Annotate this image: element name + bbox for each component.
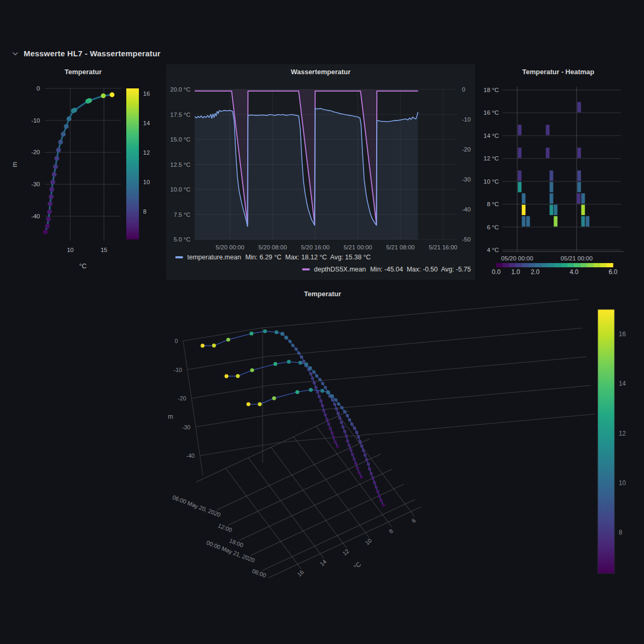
data-point-3d — [318, 378, 321, 381]
y-tick-label: 6 °C — [487, 224, 499, 230]
data-point-3d — [297, 351, 300, 355]
data-point-3d — [353, 427, 356, 430]
heatmap-cell — [577, 193, 580, 204]
data-point-3d — [288, 340, 291, 343]
y-tick-label: 14 °C — [484, 133, 499, 139]
data-point-3d — [354, 462, 357, 465]
data-point-3d — [236, 374, 239, 378]
data-point-3d — [315, 374, 318, 377]
data-point-3d — [357, 435, 360, 438]
data-point-3d — [337, 402, 340, 406]
data-point-3d — [321, 404, 324, 407]
y-tick-label: 18 °C — [484, 87, 499, 93]
panel-title[interactable]: Wassertemperatur — [166, 68, 475, 76]
legend-item-depth[interactable]: depthDS5X.mean Min: -45.04 Max: -0.50 Av… — [302, 266, 471, 273]
legend-stats: Min: 6.29 °C Max: 18.12 °C Avg: 15.38 °C — [245, 254, 371, 261]
data-point-3d — [295, 347, 298, 350]
colorbar-tick-label: 12 — [619, 430, 626, 437]
heatmap-cell — [518, 170, 521, 181]
data-point-3d — [349, 448, 353, 451]
y-tick-label: 10 °C — [484, 178, 499, 185]
c-tick-label: 10 — [364, 537, 373, 546]
data-point-3d — [332, 436, 335, 439]
heatmap-cell — [577, 148, 581, 158]
data-point-3d — [365, 458, 368, 461]
colorbar-tick-label: 10 — [619, 479, 626, 487]
data-point-3d — [346, 439, 349, 442]
y-right-tick-label: -40 — [462, 206, 471, 213]
c-tick-label: 16 — [296, 569, 305, 578]
data-point — [49, 194, 54, 199]
data-point — [64, 124, 68, 129]
y-right-tick-label: 0 — [462, 86, 465, 93]
y-tick-label: -20 — [31, 149, 40, 155]
data-point-3d — [333, 402, 336, 406]
scene3d-chart[interactable]: 0-10-20-30-40161412108606:00 May 20, 202… — [5, 286, 640, 640]
panel-temperature-heatmap: Temperatur - Heatmap 18 °C16 °C14 °C12 °… — [477, 64, 640, 280]
m-axis-label: m — [168, 413, 173, 420]
data-point-3d — [330, 394, 334, 398]
data-point — [67, 116, 72, 121]
data-point-3d — [322, 409, 325, 412]
panel-title[interactable]: Temperatur — [5, 68, 161, 76]
timeseries-chart[interactable]: 20.0 °C17.5 °C15.0 °C12.5 °C10.0 °C7.5 °… — [166, 64, 475, 280]
data-point-3d — [326, 390, 330, 394]
y-tick-label: 0 — [37, 85, 40, 92]
m-tick-label: -40 — [186, 452, 195, 459]
colorbar-tick-label: 16 — [143, 90, 150, 97]
data-point-3d — [246, 402, 250, 406]
heatmap-cell — [522, 193, 526, 204]
panel-title[interactable]: Temperatur - Heatmap — [477, 68, 640, 76]
colorbar-tick-label: 4.0 — [570, 268, 579, 276]
data-point — [45, 224, 50, 228]
data-point-3d — [330, 431, 334, 435]
heatmap-cell — [518, 125, 521, 135]
heatmap-cells — [518, 102, 589, 227]
data-point-3d — [258, 402, 261, 406]
data-point-3d — [291, 344, 294, 347]
y-left-tick-label: 7.5 °C — [174, 212, 190, 218]
y-axis-label: m — [11, 162, 18, 167]
heatmap-cell — [526, 216, 530, 227]
x-tick-label: 5/21 00:00 — [344, 244, 372, 250]
data-point-3d — [335, 407, 338, 410]
heatmap-cell — [586, 216, 589, 227]
x-tick-label: 5/20 08:00 — [258, 244, 287, 250]
data-point-3d — [358, 440, 361, 443]
data-point-3d — [360, 445, 363, 448]
legend-label: temperature.mean — [187, 254, 241, 261]
heatmap-cell — [550, 170, 554, 181]
data-point-3d — [356, 467, 359, 470]
y-tick-label: 4 °C — [487, 247, 499, 253]
y-right-tick-label: -10 — [462, 116, 471, 123]
data-point-3d — [311, 377, 314, 380]
data-point-3d — [275, 330, 278, 334]
data-point-3d — [313, 381, 316, 385]
heatmap-cell — [577, 170, 581, 181]
data-point — [85, 99, 90, 104]
y-tick-label: -40 — [31, 213, 40, 219]
data-point-3d — [280, 332, 284, 336]
y-left-tick-label: 17.5 °C — [170, 112, 190, 118]
legend-stats: Min: -45.04 Max: -0.50 Avg: -5.75 — [370, 266, 471, 273]
dashboard-row-header[interactable]: Messwerte HL7 - Wassertemperatur — [12, 49, 160, 58]
heatmap-cell — [581, 216, 585, 227]
heatmap-chart[interactable]: 18 °C16 °C14 °C12 °C10 °C8 °C6 °C4 °C05/… — [477, 64, 640, 280]
chevron-down-icon — [12, 50, 19, 57]
data-point-3d — [308, 366, 312, 370]
x-tick-label: 15 — [100, 247, 107, 253]
panel-title[interactable]: Temperatur — [5, 290, 640, 298]
profile-chart[interactable]: 0-10-20-30-401015°Cm161412108 — [5, 64, 161, 280]
data-point — [53, 164, 58, 169]
legend-item-temperature[interactable]: temperature.mean Min: 6.29 °C Max: 18.12… — [175, 254, 371, 261]
data-point-3d — [343, 410, 346, 413]
data-point-3d — [358, 471, 361, 474]
colorbar-tick-label: 12 — [143, 149, 150, 156]
heatmap-cell — [577, 102, 581, 113]
y-left-tick-label: 20.0 °C — [170, 86, 190, 93]
data-point-3d — [313, 370, 316, 374]
data-point-3d — [346, 414, 349, 417]
data-point-3d — [309, 372, 313, 375]
data-point-3d — [350, 422, 354, 426]
data-point-3d — [321, 382, 324, 385]
